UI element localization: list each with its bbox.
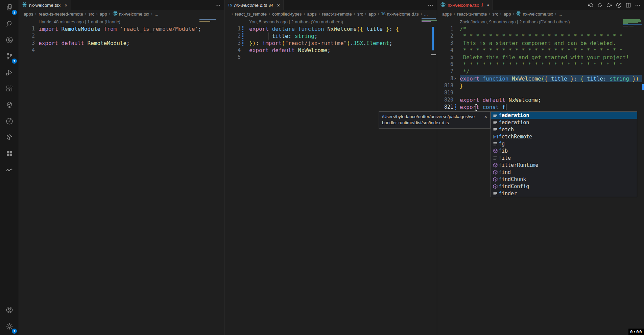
editor[interactable]: Hanric, 48 minutes ago | 1 author (Hanri… (19, 18, 224, 335)
code-line[interactable]: 4 * * * * * * * * * * * * * * * * * * * … (437, 47, 644, 54)
code-line[interactable]: 3 This is a starter component and can be… (437, 40, 644, 47)
breadcrumb-item-react-ts-nested-remote[interactable]: react-ts-nested-remote (39, 12, 83, 17)
breadcrumb-item-src[interactable]: src (492, 12, 498, 17)
line-number[interactable]: 6 (437, 61, 453, 68)
suggestion-federation[interactable]: federation (491, 112, 637, 119)
code-text[interactable]: export function NxWelcome({ title }: { t… (460, 75, 642, 82)
suggestion-fg[interactable]: fg (491, 140, 637, 147)
code-text[interactable]: * * * * * * * * * * * * * * * * * * * * … (460, 32, 623, 40)
code-text[interactable]: } (460, 82, 463, 89)
line-number[interactable]: 5 (224, 54, 241, 61)
code-text[interactable]: export default RemoteModule; (39, 40, 130, 47)
next-change-icon[interactable] (606, 2, 612, 8)
tab-nx-welcome-tsx[interactable]: nx-welcome.tsx × (19, 0, 71, 10)
changes-icon[interactable] (597, 2, 603, 8)
activity-bar-item-settings-gear[interactable]: 1 (0, 319, 19, 335)
breadcrumb-item-nx-welcome-tsx[interactable]: nx-welcome.tsx (516, 11, 553, 17)
line-number[interactable]: 821 (437, 104, 453, 111)
code-text[interactable]: export default NxWelcome; (249, 47, 331, 54)
breadcrumb-item-app[interactable]: app (100, 12, 107, 17)
code-text[interactable]: title: string; (249, 32, 317, 40)
close-icon[interactable]: × (65, 3, 68, 8)
suggestion-fib[interactable]: fib (491, 147, 637, 154)
more-actions-icon[interactable] (428, 2, 433, 8)
breadcrumb-item-apps[interactable]: apps (442, 12, 452, 17)
code-area[interactable]: 1export declare function NxWelcome({ tit… (224, 25, 437, 61)
breadcrumb-item-compiled-types[interactable]: compiled-types (272, 12, 302, 17)
line-number[interactable]: 2 (224, 32, 241, 40)
line-number[interactable]: 819 (437, 89, 453, 96)
code-text[interactable]: /* (460, 25, 466, 32)
close-icon[interactable]: × (484, 114, 487, 120)
timeline-icon[interactable] (616, 2, 622, 8)
code-line[interactable]: 8›export function NxWelcome({ title }: {… (437, 75, 644, 82)
breadcrumb-item-apps[interactable]: apps (24, 12, 33, 17)
line-number[interactable]: 820 (437, 96, 453, 104)
breadcrumb-item-src[interactable]: src (89, 12, 94, 17)
suggestion-filterRuntime[interactable]: filterRuntime (491, 161, 637, 169)
activity-bar-item-account[interactable] (0, 303, 19, 319)
code-text[interactable]: * * * * * * * * * * * * * * * * * * * * … (460, 47, 623, 54)
dirty-indicator[interactable]: ● (487, 3, 489, 7)
breadcrumb-item--[interactable]: ... (154, 12, 158, 17)
code-line[interactable]: 2 (19, 32, 224, 40)
code-line[interactable]: 2 * * * * * * * * * * * * * * * * * * * … (437, 32, 644, 40)
line-number[interactable]: 7 (437, 68, 453, 75)
activity-bar-item-history[interactable] (0, 114, 19, 130)
close-icon[interactable]: × (277, 3, 280, 8)
suggestion-finder[interactable]: finder (491, 190, 637, 197)
activity-bar-item-source-control[interactable]: 7 (0, 49, 19, 65)
line-number[interactable]: 818 (437, 82, 453, 89)
line-number[interactable]: 1 (437, 25, 453, 32)
line-number[interactable]: 2 (19, 32, 35, 40)
activity-bar-item-run-debug[interactable] (0, 65, 19, 81)
tab-nx-welcome-tsx-modified[interactable]: nx-welcome.tsx 1 ● (437, 0, 493, 10)
activity-bar-item-tree[interactable] (0, 97, 19, 114)
pane-divider[interactable] (437, 0, 437, 335)
activity-bar-item-search[interactable] (0, 16, 19, 32)
breadcrumb-item-nx-welcome-tsx[interactable]: nx-welcome.tsx (113, 11, 149, 17)
suggestion-findConfig[interactable]: findConfig (491, 183, 637, 190)
suggestion-federation[interactable]: federation (491, 119, 637, 126)
code-text[interactable]: */ (460, 68, 470, 75)
code-line[interactable]: 5 Delete this file and get started with … (437, 54, 644, 61)
breadcrumb-item-src[interactable]: src (357, 12, 363, 17)
line-number[interactable]: 4 (224, 47, 241, 54)
activity-bar-item-nx-console[interactable] (0, 130, 19, 146)
code-line[interactable]: 1import RemoteModule from 'react_ts_remo… (19, 25, 224, 32)
split-editor-icon[interactable] (625, 2, 631, 8)
line-number[interactable]: 8 (437, 75, 453, 82)
code-text[interactable]: }): import("react/jsx-runtime").JSX.Elem… (249, 40, 392, 47)
activity-bar-item-extensions[interactable] (0, 81, 19, 97)
activity-bar-item-commit-graph[interactable] (0, 32, 19, 49)
line-number[interactable]: 3 (224, 40, 241, 47)
code-line[interactable]: 4export default NxWelcome; (224, 47, 437, 54)
pane-divider[interactable] (224, 0, 224, 335)
breadcrumb-item-react-ts-remote[interactable]: react-ts-remote (322, 12, 352, 17)
suggestion-file[interactable]: file (491, 154, 637, 161)
code-line[interactable]: 818} (437, 82, 644, 89)
line-number[interactable]: 1 (224, 25, 241, 32)
code-text[interactable]: import RemoteModule from 'react_ts_remot… (39, 25, 201, 32)
breadcrumb-item-app[interactable]: app (368, 12, 376, 17)
code-text[interactable]: export declare function NxWelcome({ titl… (249, 25, 399, 32)
breadcrumb-item-app[interactable]: app (504, 12, 511, 17)
fold-chevron-icon[interactable]: › (454, 75, 456, 82)
tab-nx-welcome-d-ts[interactable]: TS nx-welcome.d.ts M × (224, 0, 284, 10)
activity-bar-item-squiggle[interactable] (0, 162, 19, 179)
code-line[interactable]: 4 (19, 47, 224, 54)
line-number[interactable]: 4 (437, 47, 453, 54)
code-area[interactable]: 1import RemoteModule from 'react_ts_remo… (19, 25, 224, 54)
breadcrumb-item-nx-welcome-d-ts[interactable]: TSnx-welcome.d.ts (381, 12, 419, 17)
line-number[interactable]: 5 (437, 54, 453, 61)
suggestion-find[interactable]: find (491, 169, 637, 176)
code-area[interactable]: 1/*2 * * * * * * * * * * * * * * * * * *… (437, 25, 644, 111)
activity-bar-item-grid[interactable] (0, 146, 19, 162)
code-text[interactable]: Delete this file and get started with yo… (460, 54, 629, 61)
code-line[interactable]: 1/* (437, 25, 644, 32)
more-actions-icon[interactable] (215, 2, 221, 8)
suggestion-findChunk[interactable]: findChunk (491, 176, 637, 183)
line-number[interactable]: 3 (19, 40, 35, 47)
code-text[interactable]: export const f (460, 104, 506, 111)
line-number[interactable]: 1 (19, 25, 35, 32)
